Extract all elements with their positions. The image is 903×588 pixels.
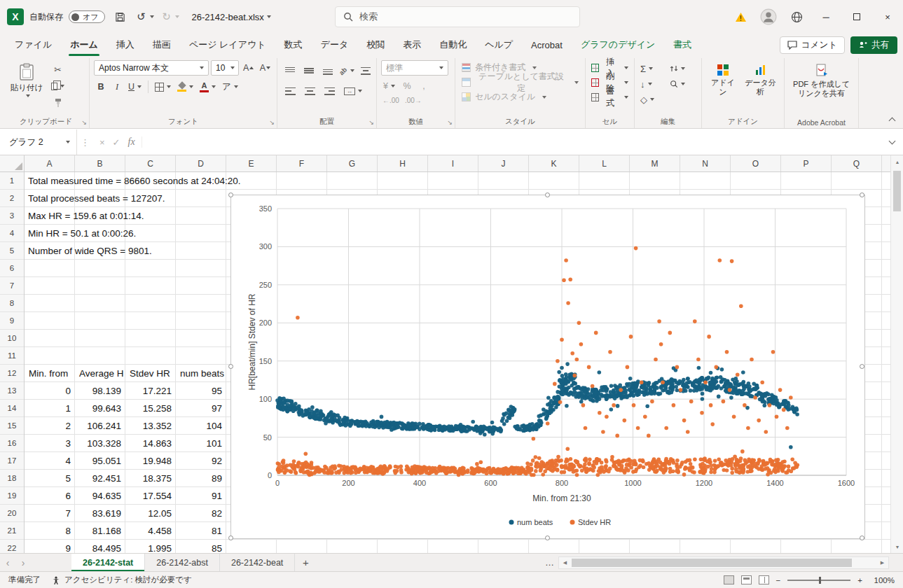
sheet-tab-abst[interactable]: 26-2142-abst [145, 554, 220, 571]
table-cell[interactable]: 82 [176, 505, 226, 522]
row-header-4[interactable]: 4 [0, 225, 24, 242]
table-cell[interactable]: 17.554 [125, 487, 176, 505]
autosum-button[interactable]: Σ [640, 62, 666, 76]
increase-font-button[interactable]: A [241, 60, 256, 76]
table-cell[interactable]: 6 [25, 487, 75, 505]
column-header-A[interactable]: A [25, 155, 75, 172]
font-color-button[interactable]: A [198, 79, 218, 94]
row-header-15[interactable]: 15 [0, 417, 24, 435]
table-cell[interactable]: 84.495 [75, 540, 125, 553]
undo-button[interactable]: ↺ [136, 7, 156, 27]
ribbon-tab-home[interactable]: ホーム [61, 34, 107, 56]
ribbon-tab-file[interactable]: ファイル [6, 34, 61, 56]
bold-button[interactable]: B [94, 79, 108, 94]
sheet-tab-stat[interactable]: 26-2142-stat [71, 554, 145, 571]
account-button[interactable] [754, 0, 783, 34]
table-header-cell[interactable]: Stdev HR [125, 365, 176, 382]
ribbon-tab-automate[interactable]: 自動化 [430, 34, 476, 56]
table-cell[interactable]: 18.375 [125, 470, 176, 487]
scroll-up-button[interactable]: ▲ [891, 155, 903, 168]
cell-text-row-2[interactable]: Total processed beats = 127207. [25, 190, 165, 207]
table-cell[interactable]: 81 [176, 522, 226, 540]
confirm-entry-button[interactable]: ✓ [113, 137, 120, 148]
cells-area[interactable]: 0200400600800100012001400160005010015020… [25, 172, 890, 553]
column-header-N[interactable]: N [680, 155, 731, 172]
wrap-text-button[interactable] [359, 63, 373, 78]
table-cell[interactable]: 7 [25, 505, 75, 522]
table-cell[interactable]: 1.995 [125, 540, 176, 553]
row-header-10[interactable]: 10 [0, 330, 24, 347]
ribbon-tab-insert[interactable]: 挿入 [107, 34, 144, 56]
table-cell[interactable]: 97 [176, 400, 226, 417]
merge-center-button[interactable]: ↔ [342, 83, 364, 99]
borders-button[interactable] [153, 79, 173, 94]
next-sheet-button[interactable]: › [15, 554, 31, 571]
table-cell[interactable]: 94.635 [75, 487, 125, 505]
percent-button[interactable]: % [400, 78, 414, 94]
font-dialog-launcher[interactable]: ↘ [269, 120, 275, 126]
minimize-button[interactable]: ─ [811, 0, 841, 34]
chart-y-axis-title[interactable]: HR[beat/min] Stdev of HR [247, 293, 257, 390]
horizontal-scrollbar[interactable]: ◀ ▶ [558, 556, 889, 569]
ribbon-tab-data[interactable]: データ [312, 34, 358, 56]
page-layout-view-button[interactable] [741, 575, 752, 584]
clear-button[interactable]: ◇ [640, 92, 666, 106]
row-header-8[interactable]: 8 [0, 295, 24, 312]
table-cell[interactable]: 106.241 [75, 417, 125, 435]
row-header-14[interactable]: 14 [0, 400, 24, 417]
decrease-decimal-button[interactable]: .00→ [404, 94, 423, 106]
table-cell[interactable]: 14.863 [125, 435, 176, 452]
row-header-11[interactable]: 11 [0, 347, 24, 365]
accessibility-status[interactable]: アクセシビリティ: 検討が必要です [52, 575, 192, 585]
row-header-12[interactable]: 12 [0, 365, 24, 382]
network-button[interactable] [783, 0, 811, 34]
column-header-C[interactable]: C [125, 155, 176, 172]
ribbon-tab-formulas[interactable]: 数式 [275, 34, 312, 56]
alignment-dialog-launcher[interactable]: ↘ [368, 120, 374, 126]
phonetic-button[interactable]: ア [220, 79, 240, 94]
row-header-17[interactable]: 17 [0, 452, 24, 470]
table-cell[interactable]: 98.139 [75, 382, 125, 400]
row-header-20[interactable]: 20 [0, 505, 24, 522]
table-cell[interactable]: 1 [25, 400, 75, 417]
find-select-button[interactable] [670, 77, 696, 91]
chart-resize-handle[interactable] [860, 536, 864, 540]
table-cell[interactable]: 101 [176, 435, 226, 452]
zoom-in-button[interactable]: + [857, 576, 862, 584]
table-header-cell[interactable]: num beats [176, 365, 226, 382]
underline-button[interactable]: U [126, 79, 144, 94]
row-header-2[interactable]: 2 [0, 190, 24, 207]
horizontal-scroll-thumb[interactable] [572, 559, 852, 567]
fill-color-button[interactable] [175, 79, 195, 94]
font-name-combo[interactable]: Aptos Narrow 本文 [94, 60, 209, 76]
table-cell[interactable]: 0 [25, 382, 75, 400]
table-cell[interactable]: 12.05 [125, 505, 176, 522]
row-header-1[interactable]: 1 [0, 172, 24, 190]
ribbon-tab-acrobat[interactable]: Acrobat [522, 34, 572, 56]
ribbon-tab-help[interactable]: ヘルプ [476, 34, 522, 56]
table-cell[interactable]: 4 [25, 452, 75, 470]
normal-view-button[interactable] [724, 575, 734, 584]
row-header-22[interactable]: 22 [0, 540, 24, 553]
chart-resize-handle[interactable] [228, 364, 233, 369]
table-header-cell[interactable]: Average H [75, 365, 125, 382]
table-cell[interactable]: 99.643 [75, 400, 125, 417]
name-box[interactable]: グラフ 2 [0, 130, 77, 155]
table-cell[interactable]: 95 [176, 382, 226, 400]
legend-label-stdev-hr[interactable]: Stdev HR [578, 518, 611, 526]
row-header-6[interactable]: 6 [0, 260, 24, 277]
align-right-button[interactable] [322, 83, 337, 99]
format-as-table-button[interactable]: テーブルとして書式設定 [460, 75, 581, 90]
sheet-options-button[interactable]: … [541, 557, 558, 568]
ribbon-tab-review[interactable]: 校閲 [357, 34, 394, 56]
cell-text-row-1[interactable]: Total measured time = 86660 seconds at 2… [25, 172, 241, 190]
column-header-M[interactable]: M [630, 155, 680, 172]
column-header-J[interactable]: J [478, 155, 529, 172]
row-header-13[interactable]: 13 [0, 382, 24, 400]
comments-button[interactable]: コメント [780, 36, 845, 54]
sheet-tab-beat[interactable]: 26-2142-beat [220, 554, 295, 571]
chart-resize-handle[interactable] [860, 364, 864, 369]
column-header-D[interactable]: D [176, 155, 226, 172]
chart-resize-handle[interactable] [228, 536, 233, 540]
cell-text-row-5[interactable]: Number of wide QRS = 9801. [25, 242, 152, 260]
